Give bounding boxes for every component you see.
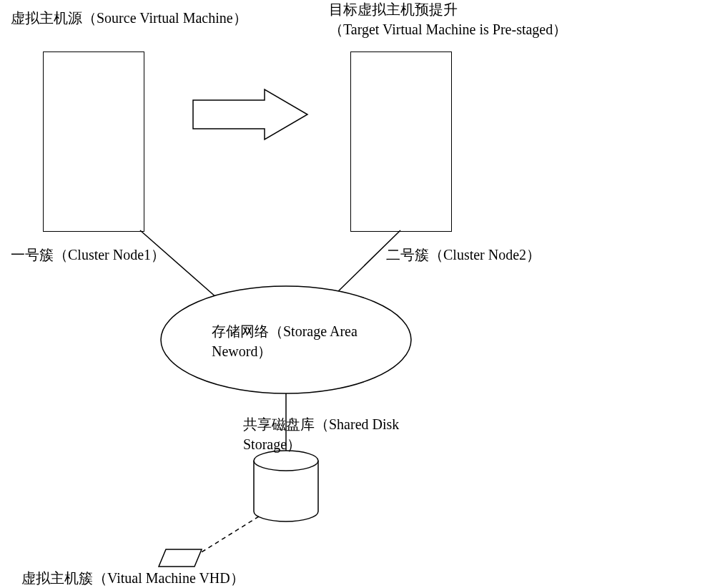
san-label-line2: Neword） (212, 342, 272, 361)
diagram-svg (0, 0, 715, 588)
line-node2-to-san (332, 230, 400, 297)
san-label-line1: 存储网络（Storage Area (212, 322, 358, 341)
shared-disk-cylinder (254, 451, 318, 521)
vm-cluster-label: 虚拟主机簇（Vitual Machine VHD） (21, 569, 245, 588)
shared-disk-label-line1: 共享磁盘库（Shared Disk (243, 415, 399, 434)
vhd-parallelogram-icon (159, 549, 202, 567)
arrow-icon (193, 89, 307, 139)
dashed-line-disk-to-vhd (194, 516, 259, 557)
shared-disk-label-line2: Storage） (243, 435, 301, 454)
